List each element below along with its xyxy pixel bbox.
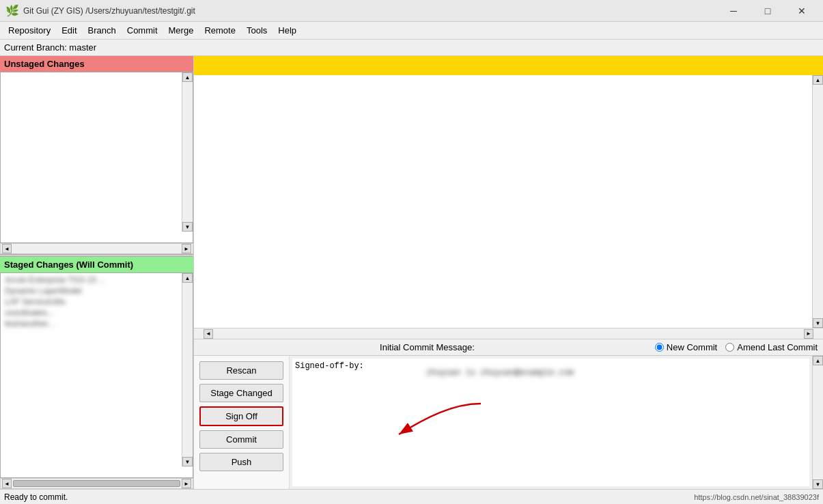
status-text: Ready to commit. xyxy=(4,492,68,502)
unstaged-scroll-track xyxy=(182,82,193,222)
left-panel: Unstaged Changes ▲ ▼ ◄ ► Staged Chan xyxy=(0,56,194,489)
staged-list[interactable]: Arcob Enterprise TGS 23 ... Dynamic Laye… xyxy=(1,273,193,477)
menu-bar: Repository Edit Branch Commit Merge Remo… xyxy=(0,22,823,40)
menu-merge[interactable]: Merge xyxy=(163,23,199,38)
commit-message-area: Signed-off-by: zhuyuan ls zhuyuan@exampl… xyxy=(290,356,812,489)
list-item[interactable]: test/another... xyxy=(2,318,182,329)
title-text: Git Gui (ZY GIS) /Users/zhuyuan/test/tes… xyxy=(23,6,718,16)
unstaged-hscroll: ◄ ► xyxy=(0,243,193,254)
new-commit-radio[interactable] xyxy=(655,343,664,352)
staged-hscroll-right[interactable]: ► xyxy=(182,479,191,488)
unstaged-scroll-down[interactable]: ▼ xyxy=(182,222,193,232)
menu-edit[interactable]: Edit xyxy=(56,23,82,38)
app-icon: 🌿 xyxy=(5,4,19,18)
commit-buttons: Rescan Stage Changed Sign Off Commit Pus… xyxy=(194,356,290,489)
branch-bar: Current Branch: master xyxy=(0,40,823,56)
close-button[interactable]: ✕ xyxy=(786,0,818,22)
list-item[interactable]: LAF ServiceUtils xyxy=(2,296,182,307)
branch-label: Current Branch: master xyxy=(4,42,96,53)
staged-hscroll: ◄ ► xyxy=(0,478,193,489)
menu-tools[interactable]: Tools xyxy=(241,23,273,38)
commit-vscroll: ▲ ▼ xyxy=(812,356,823,489)
title-bar: 🌿 Git Gui (ZY GIS) /Users/zhuyuan/test/t… xyxy=(0,0,823,22)
push-button[interactable]: Push xyxy=(199,453,283,471)
commit-vscroll-track xyxy=(813,365,823,479)
diff-vscroll: ▲ ▼ xyxy=(812,75,823,328)
commit-message-textarea[interactable]: Signed-off-by: xyxy=(292,359,809,486)
commit-area: Initial Commit Message: New Commit Amend… xyxy=(194,339,823,489)
diff-hscroll-left[interactable]: ◄ xyxy=(204,329,213,339)
commit-options: New Commit Amend Last Commit xyxy=(655,342,818,352)
unstaged-list-container: ▲ ▼ xyxy=(0,72,193,243)
commit-vscroll-down[interactable]: ▼ xyxy=(813,479,823,489)
commit-vscroll-up[interactable]: ▲ xyxy=(813,356,823,365)
staged-section: Staged Changes (Will Commit) ▲ ▼ Arcob E… xyxy=(0,257,193,489)
commit-header-label: Initial Commit Message: xyxy=(199,342,655,352)
right-panel: ▲ ▼ ◄ ► Initial Commit Message: xyxy=(194,56,823,489)
status-url: https://blog.csdn.net/sinat_38839023f xyxy=(694,493,819,501)
diff-hscroll: ◄ ► xyxy=(194,328,823,339)
maximize-button[interactable]: □ xyxy=(752,0,783,22)
diff-top-bar xyxy=(194,56,823,75)
unstaged-list xyxy=(1,72,193,242)
staged-scroll-up[interactable]: ▲ xyxy=(182,273,193,283)
diff-content xyxy=(194,75,812,328)
rescan-button[interactable]: Rescan xyxy=(199,361,283,380)
staged-list-container: ▲ ▼ Arcob Enterprise TGS 23 ... Dynamic … xyxy=(0,272,193,478)
minimize-button[interactable]: ─ xyxy=(718,0,749,22)
unstaged-hscroll-left[interactable]: ◄ xyxy=(2,244,12,253)
stage-changed-button[interactable]: Stage Changed xyxy=(199,384,283,402)
new-commit-label: New Commit xyxy=(667,342,717,352)
list-item[interactable]: Dynamic LayerModel xyxy=(2,285,182,296)
amend-commit-label: Amend Last Commit xyxy=(737,342,818,352)
staged-scroll-track xyxy=(182,283,193,457)
unstaged-header: Unstaged Changes xyxy=(0,56,193,72)
sign-off-button[interactable]: Sign Off xyxy=(199,406,283,426)
amend-commit-option[interactable]: Amend Last Commit xyxy=(725,342,818,352)
commit-header: Initial Commit Message: New Commit Amend… xyxy=(194,339,823,356)
unstaged-section: Unstaged Changes ▲ ▼ ◄ ► xyxy=(0,56,193,254)
unstaged-scroll-up[interactable]: ▲ xyxy=(182,72,193,82)
menu-commit[interactable]: Commit xyxy=(122,23,163,38)
menu-remote[interactable]: Remote xyxy=(199,23,241,38)
diff-vscroll-down[interactable]: ▼ xyxy=(813,318,823,328)
main-content: Unstaged Changes ▲ ▼ ◄ ► Staged Chan xyxy=(0,56,823,489)
commit-body: Rescan Stage Changed Sign Off Commit Pus… xyxy=(194,356,823,489)
status-bar: Ready to commit. https://blog.csdn.net/s… xyxy=(0,489,823,504)
menu-help[interactable]: Help xyxy=(273,23,302,38)
staged-hscroll-left[interactable]: ◄ xyxy=(2,479,12,488)
staged-scroll-down[interactable]: ▼ xyxy=(182,457,193,466)
list-item[interactable]: coordinates... xyxy=(2,307,182,318)
window-controls: ─ □ ✕ xyxy=(718,0,818,22)
menu-branch[interactable]: Branch xyxy=(83,23,122,38)
commit-button[interactable]: Commit xyxy=(199,430,283,449)
diff-area: ▲ ▼ ◄ ► xyxy=(194,56,823,339)
diff-hscroll-right[interactable]: ► xyxy=(804,329,813,339)
unstaged-hscroll-right[interactable]: ► xyxy=(182,244,191,253)
diff-vscroll-track xyxy=(813,85,823,318)
staged-header: Staged Changes (Will Commit) xyxy=(0,257,193,272)
menu-repository[interactable]: Repository xyxy=(3,23,56,38)
diff-vscroll-up[interactable]: ▲ xyxy=(813,75,823,85)
new-commit-option[interactable]: New Commit xyxy=(655,342,717,352)
list-item[interactable]: Arcob Enterprise TGS 23 ... xyxy=(2,275,182,285)
amend-commit-radio[interactable] xyxy=(725,343,734,352)
